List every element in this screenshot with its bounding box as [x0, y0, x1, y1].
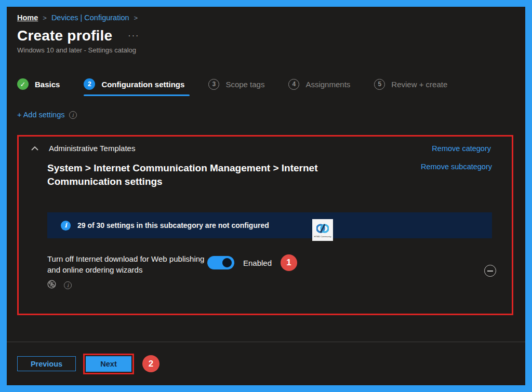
step-number-badge: 5	[374, 79, 385, 90]
setting-toggle[interactable]	[207, 256, 234, 269]
annotation-highlight-next: Next	[83, 354, 134, 374]
remove-setting-icon[interactable]	[484, 265, 496, 277]
tab-configuration-settings[interactable]: 2 Configuration settings	[84, 78, 184, 90]
add-settings-link[interactable]: + Add settings	[17, 111, 65, 119]
setting-value: Enabled	[243, 259, 272, 267]
info-icon[interactable]: i	[69, 111, 77, 119]
toggle-knob	[222, 258, 232, 267]
check-icon: ✓	[17, 78, 29, 90]
annotation-highlight-box: Administrative Templates Remove category…	[17, 135, 513, 315]
tab-scope-tags[interactable]: 3 Scope tags	[208, 79, 264, 90]
tab-basics[interactable]: ✓ Basics	[17, 78, 60, 90]
remove-category-link[interactable]: Remove category	[432, 144, 491, 153]
more-options-icon[interactable]: ···	[128, 31, 139, 40]
category-name: Administrative Templates	[49, 144, 135, 153]
info-banner: i 29 of 30 settings in this subcategory …	[47, 212, 492, 238]
info-icon: i	[61, 221, 71, 231]
next-button[interactable]: Next	[86, 356, 131, 372]
step-number-badge: 4	[288, 79, 299, 90]
breadcrumb-devices-configuration-link[interactable]: Devices | Configuration	[51, 13, 129, 22]
chevron-right-icon: >	[134, 14, 138, 22]
htmd-community-logo: HTMD Community	[312, 219, 333, 241]
step-number-badge: 3	[208, 79, 219, 90]
breadcrumb-home-link[interactable]: Home	[17, 13, 38, 22]
annotation-badge-2: 2	[142, 355, 159, 372]
tab-review-create[interactable]: 5 Review + create	[374, 79, 447, 90]
tab-assignments[interactable]: 4 Assignments	[288, 79, 350, 90]
wizard-footer: Previous Next 2	[7, 342, 525, 385]
setting-name: Turn off Internet download for Web publi…	[47, 253, 207, 275]
wizard-steps: ✓ Basics 2 Configuration settings 3 Scop…	[17, 77, 525, 91]
create-profile-screen: Home > Devices | Configuration > Create …	[7, 7, 525, 385]
page-title: Create profile	[17, 28, 112, 44]
info-banner-text: 29 of 30 settings in this subcategory ar…	[77, 221, 269, 229]
subcategory-heading: System > Internet Communication Manageme…	[47, 161, 380, 188]
remove-subcategory-link[interactable]: Remove subcategory	[421, 163, 492, 171]
chevron-up-icon[interactable]	[31, 146, 38, 151]
page-subtitle: Windows 10 and later - Settings catalog	[17, 46, 525, 54]
setting-row: Turn off Internet download for Web publi…	[19, 253, 512, 291]
breadcrumb: Home > Devices | Configuration >	[17, 13, 525, 22]
info-icon[interactable]: i	[64, 281, 72, 289]
previous-button[interactable]: Previous	[17, 356, 76, 371]
annotation-badge-1: 1	[281, 254, 297, 271]
chevron-right-icon: >	[43, 14, 47, 22]
step-number-badge: 2	[84, 78, 95, 90]
csp-details-icon[interactable]	[47, 280, 56, 291]
